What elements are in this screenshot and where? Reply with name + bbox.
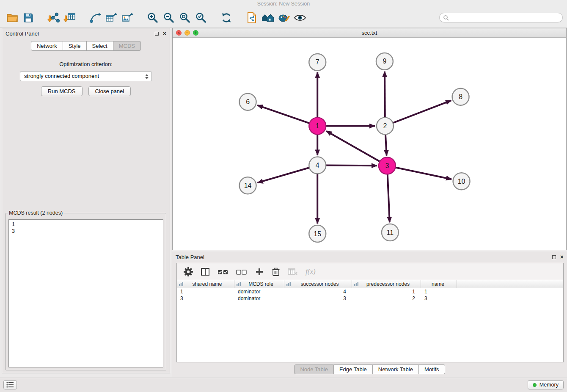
graph-node-label: 6 (246, 98, 250, 105)
apply-layout-button[interactable] (218, 9, 234, 26)
optimization-criterion-label: Optimization criterion: (2, 61, 170, 67)
memory-label: Memory (539, 382, 559, 388)
cell-name[interactable]: 1 (421, 289, 457, 295)
float-panel-icon[interactable] (155, 32, 159, 36)
save-session-button[interactable] (20, 9, 36, 26)
network-overview-button[interactable] (244, 9, 260, 26)
tab-select[interactable]: Select (87, 41, 113, 51)
graph-edge-3-10[interactable] (395, 168, 451, 179)
column-sort-icon (286, 282, 291, 287)
graph-edge-2-8[interactable] (393, 100, 451, 123)
column-header-predecessor-nodes[interactable]: predecessor nodes (352, 280, 421, 288)
close-panel-icon[interactable]: × (560, 255, 564, 259)
cell-successor-nodes[interactable]: 4 (284, 289, 352, 295)
column-sort-icon (179, 282, 184, 287)
optimization-criterion-select[interactable]: strongly connected component (20, 71, 152, 81)
tab-network[interactable]: Network (31, 41, 63, 51)
cell-shared-name[interactable]: 3 (177, 295, 234, 301)
zoom-out-button[interactable] (161, 9, 177, 26)
graph-edge-3-1[interactable] (326, 131, 380, 161)
cell-mcds-role[interactable]: dominator (234, 295, 284, 301)
zoom-selected-icon (195, 12, 207, 24)
graph-edge-3-11[interactable] (388, 174, 390, 222)
table-row[interactable]: 3 dominator 3 2 3 (177, 295, 563, 302)
search-input[interactable] (451, 14, 559, 21)
table-tabs: Node Table Edge Table Network Table Moti… (172, 364, 567, 374)
table-settings-button[interactable] (184, 267, 193, 276)
cell-predecessor-nodes[interactable]: 1 (352, 289, 421, 295)
float-panel-icon[interactable] (552, 255, 556, 259)
mcds-result-line: 1 (12, 221, 160, 228)
cell-shared-name[interactable]: 1 (177, 289, 234, 295)
task-history-button[interactable] (3, 380, 17, 389)
tab-motifs[interactable]: Motifs (419, 364, 445, 374)
home-button[interactable] (260, 9, 276, 26)
graph-edge-4-14[interactable] (258, 168, 310, 183)
window-titlebar: Session: New Session (0, 0, 567, 8)
zoom-in-button[interactable] (145, 9, 161, 26)
optimization-criterion-value: strongly connected component (24, 73, 99, 79)
window-close-icon[interactable]: × (176, 30, 182, 36)
memory-button[interactable]: Memory (528, 380, 564, 389)
column-header-successor-nodes[interactable]: successor nodes (284, 280, 352, 288)
close-panel-button[interactable]: Close panel (88, 86, 131, 96)
network-canvas[interactable]: 7968124314101511 (173, 38, 566, 250)
delete-table-button[interactable] (288, 268, 298, 276)
graph-edge-4-3[interactable] (326, 166, 377, 166)
tab-edge-table[interactable]: Edge Table (334, 364, 373, 374)
style-button[interactable] (276, 9, 292, 26)
graph-node-label: 8 (459, 93, 462, 100)
cell-name[interactable]: 3 (421, 295, 457, 301)
close-panel-icon[interactable]: × (163, 31, 166, 36)
export-image-button[interactable] (119, 9, 135, 26)
tab-node-table[interactable]: Node Table (294, 364, 334, 374)
tab-network-table[interactable]: Network Table (373, 364, 419, 374)
graph-edge-2-9[interactable] (385, 72, 385, 118)
select-all-button[interactable] (217, 268, 228, 276)
show-hide-button[interactable] (292, 9, 308, 26)
network-file-icon (246, 12, 258, 24)
function-builder-button[interactable]: f(x) (306, 268, 316, 276)
window-minimize-icon[interactable]: − (184, 30, 190, 36)
column-sort-icon (236, 282, 241, 287)
cell-predecessor-nodes[interactable]: 2 (352, 295, 421, 301)
zoom-fit-button[interactable] (177, 9, 193, 26)
window-zoom-icon[interactable]: + (193, 30, 198, 36)
list-icon (6, 382, 14, 388)
column-header-shared-name[interactable]: shared name (177, 280, 234, 288)
graph-node-label: 4 (316, 162, 319, 169)
import-table-icon (63, 12, 76, 24)
tab-style[interactable]: Style (63, 41, 87, 51)
open-session-button[interactable] (4, 9, 20, 26)
column-header-mcds-role[interactable]: MCDS role (234, 280, 284, 288)
graph-node-label: 9 (383, 58, 386, 65)
main-toolbar (0, 8, 567, 28)
home-icon (261, 12, 275, 23)
table-row[interactable]: 1 dominator 4 1 1 (177, 288, 563, 295)
control-panel: Control Panel × Network Style Select MCD… (2, 28, 170, 373)
show-columns-button[interactable] (201, 267, 210, 276)
select-stepper-icon (144, 73, 149, 80)
style-palette-icon (278, 12, 290, 24)
add-column-button[interactable] (255, 267, 264, 276)
zoom-selected-button[interactable] (193, 9, 209, 26)
import-table-button[interactable] (62, 9, 78, 26)
open-folder-icon (6, 12, 19, 24)
deselect-all-button[interactable] (236, 268, 247, 276)
export-table-button[interactable] (103, 9, 119, 26)
graph-node-label: 10 (458, 178, 465, 185)
status-bar: Memory (0, 378, 567, 392)
zoom-in-icon (147, 12, 159, 24)
memory-status-icon (533, 383, 537, 387)
graph-edge-1-6[interactable] (257, 105, 309, 124)
tab-mcds[interactable]: MCDS (113, 41, 141, 51)
cell-mcds-role[interactable]: dominator (234, 289, 284, 295)
cell-successor-nodes[interactable]: 3 (284, 295, 352, 301)
graph-edge-2-3[interactable] (385, 135, 387, 156)
delete-column-button[interactable] (272, 267, 280, 276)
import-network-button[interactable] (46, 9, 62, 26)
column-header-name[interactable]: name (421, 280, 457, 288)
run-mcds-button[interactable]: Run MCDS (41, 86, 83, 96)
export-network-button[interactable] (87, 9, 103, 26)
control-panel-title: Control Panel (6, 30, 39, 37)
